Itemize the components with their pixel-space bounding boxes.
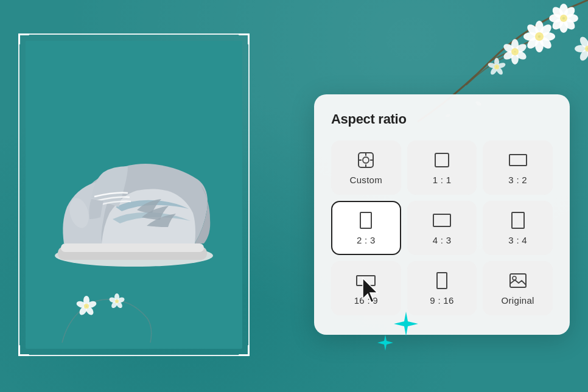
svg-rect-62 bbox=[510, 274, 526, 287]
svg-point-15 bbox=[511, 48, 519, 55]
ratio-9-16-label: 9 : 16 bbox=[430, 295, 453, 306]
sparkle-large bbox=[393, 310, 419, 337]
corner-handle-br[interactable] bbox=[239, 345, 250, 356]
corner-handle-tr[interactable] bbox=[239, 33, 250, 44]
landscape-wide-icon bbox=[509, 152, 527, 169]
ratio-3-2-label: 3 : 2 bbox=[508, 175, 527, 185]
svg-point-57 bbox=[363, 157, 369, 163]
corner-handle-bl[interactable] bbox=[18, 345, 29, 356]
ratio-9-16[interactable]: 9 : 16 bbox=[407, 261, 477, 315]
panel-title: Aspect ratio bbox=[331, 111, 553, 127]
aspect-ratio-panel: Aspect ratio Custom 1 : 1 bbox=[314, 94, 570, 335]
ratio-1-1[interactable]: 1 : 1 bbox=[407, 141, 477, 195]
crop-box[interactable] bbox=[18, 33, 250, 356]
svg-point-8 bbox=[535, 32, 544, 41]
ratio-3-4[interactable]: 3 : 4 bbox=[483, 201, 553, 255]
vertical-icon bbox=[436, 272, 447, 289]
ratio-3-2[interactable]: 3 : 2 bbox=[483, 141, 553, 195]
ratio-3-4-label: 3 : 4 bbox=[508, 235, 527, 245]
svg-point-24 bbox=[560, 15, 567, 22]
svg-point-37 bbox=[494, 65, 499, 69]
svg-point-63 bbox=[513, 276, 516, 280]
ratio-2-3-label: 2 : 3 bbox=[357, 235, 376, 245]
corner-handle-tl[interactable] bbox=[18, 33, 29, 44]
ratio-custom[interactable]: Custom bbox=[331, 141, 401, 195]
square-icon bbox=[435, 152, 449, 169]
ratio-original[interactable]: Original bbox=[483, 261, 553, 315]
ratio-original-label: Original bbox=[502, 295, 534, 306]
ratio-4-3[interactable]: 4 : 3 bbox=[407, 201, 477, 255]
landscape-icon bbox=[433, 212, 451, 229]
sparkle-small bbox=[376, 334, 394, 352]
portrait-icon bbox=[360, 212, 372, 229]
ratio-2-3[interactable]: 2 : 3 bbox=[331, 201, 401, 255]
mouse-cursor bbox=[360, 277, 382, 304]
ratio-4-3-label: 4 : 3 bbox=[433, 235, 452, 245]
image-icon bbox=[509, 272, 527, 289]
portrait-tall-icon bbox=[511, 212, 525, 229]
ratio-1-1-label: 1 : 1 bbox=[433, 175, 452, 185]
custom-label: Custom bbox=[350, 175, 382, 185]
custom-icon bbox=[357, 152, 375, 169]
sneaker-image-area bbox=[18, 33, 250, 356]
